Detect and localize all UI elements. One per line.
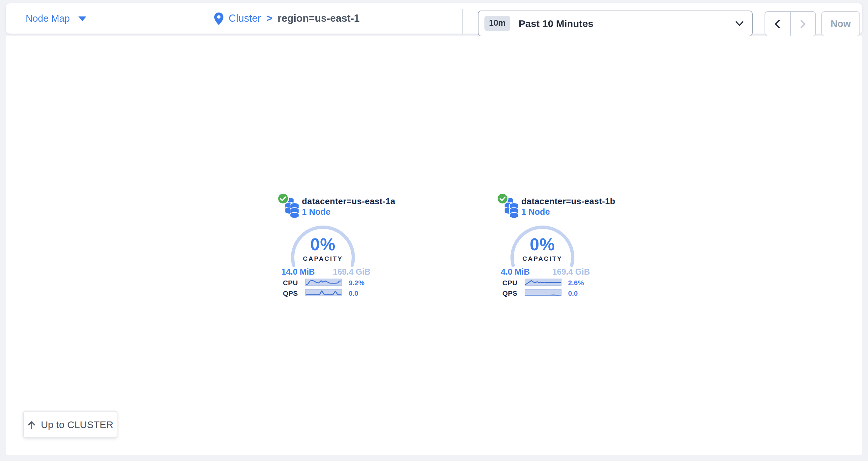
locality-name: datacenter=us-east-1b — [521, 196, 615, 206]
breadcrumb-current: region=us-east-1 — [277, 12, 360, 24]
capacity-usage-row: 14.0 MiB 169.4 GiB — [281, 267, 370, 276]
time-window-dropdown[interactable]: 10m Past 10 Minutes — [478, 10, 753, 36]
location-pin-icon — [214, 12, 223, 25]
qps-sparkline — [305, 289, 342, 296]
arrow-up-icon — [27, 420, 36, 429]
node-map-page: Node Map Cluster > region=us-east-1 10m … — [0, 0, 868, 461]
time-nav-group — [765, 11, 816, 36]
cpu-sparkline — [305, 278, 342, 286]
cpu-metric-row: CPU 9.2% — [277, 278, 382, 286]
chevron-left-icon — [775, 19, 781, 29]
qps-value: 0.0 — [349, 289, 358, 297]
status-healthy-icon — [496, 192, 509, 205]
locality-node-count: 1 Node — [521, 207, 550, 217]
capacity-total: 169.4 GiB — [552, 267, 590, 276]
chevron-right-icon — [800, 19, 806, 29]
capacity-label: CAPACITY — [289, 255, 357, 262]
capacity-total: 169.4 GiB — [333, 267, 370, 276]
map-canvas — [6, 36, 862, 455]
breadcrumb-separator: > — [266, 12, 272, 24]
cpu-label: CPU — [277, 278, 298, 286]
cpu-metric-row: CPU 2.6% — [496, 278, 602, 286]
qps-metric-row: QPS 0.0 — [496, 289, 602, 296]
cpu-label: CPU — [496, 278, 517, 286]
locality-card-us-east-1b[interactable]: datacenter=us-east-1b 1 Node 0% CAPACITY… — [496, 192, 602, 301]
time-next-button[interactable] — [790, 12, 815, 36]
capacity-percent: 0% — [508, 234, 577, 255]
status-healthy-icon — [277, 192, 289, 205]
header-divider — [462, 9, 463, 34]
qps-value: 0.0 — [568, 289, 578, 297]
locality-node-count: 1 Node — [302, 207, 331, 217]
view-mode-label: Node Map — [26, 13, 70, 24]
locality-card-us-east-1a[interactable]: datacenter=us-east-1a 1 Node 0% CAPACITY… — [277, 192, 382, 301]
time-window-label: Past 10 Minutes — [519, 18, 736, 29]
breadcrumb: Cluster > region=us-east-1 — [214, 3, 360, 34]
chevron-down-icon — [736, 21, 743, 26]
qps-sparkline — [525, 289, 561, 296]
view-mode-dropdown[interactable]: Node Map — [26, 3, 86, 34]
cpu-sparkline — [525, 278, 561, 286]
now-button[interactable]: Now — [821, 11, 860, 36]
capacity-used: 14.0 MiB — [281, 267, 315, 276]
time-prev-button[interactable] — [765, 12, 790, 36]
up-to-cluster-label: Up to CLUSTER — [41, 419, 113, 430]
qps-label: QPS — [496, 289, 517, 297]
up-to-cluster-button[interactable]: Up to CLUSTER — [23, 411, 117, 438]
breadcrumb-cluster-link[interactable]: Cluster — [229, 12, 261, 24]
cpu-value: 2.6% — [568, 278, 584, 286]
top-bar: Node Map Cluster > region=us-east-1 10m … — [6, 3, 862, 34]
qps-label: QPS — [277, 289, 298, 297]
capacity-used: 4.0 MiB — [501, 267, 530, 276]
caret-down-icon — [79, 16, 86, 21]
capacity-label: CAPACITY — [508, 255, 577, 262]
cpu-value: 9.2% — [349, 278, 365, 286]
locality-name: datacenter=us-east-1a — [302, 196, 396, 206]
capacity-percent: 0% — [289, 234, 357, 255]
time-window-badge: 10m — [485, 16, 510, 31]
capacity-usage-row: 4.0 MiB 169.4 GiB — [501, 267, 590, 276]
qps-metric-row: QPS 0.0 — [277, 289, 382, 296]
